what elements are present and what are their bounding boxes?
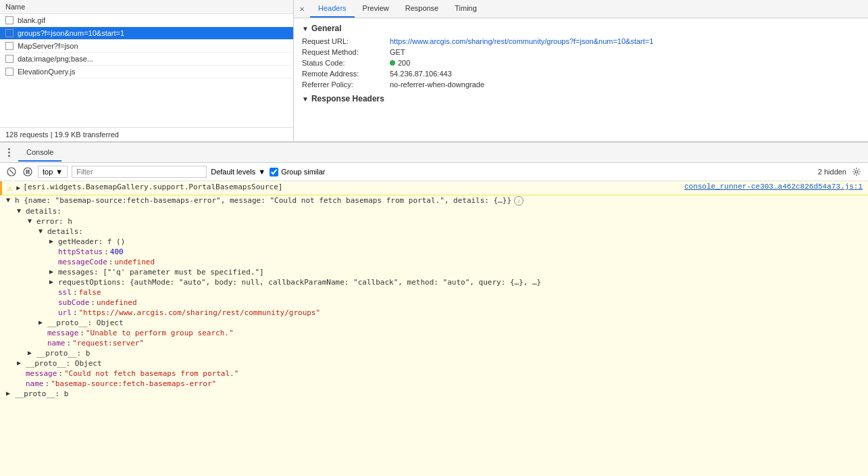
tree-content: messages: ["'q' parameter must be specif… xyxy=(58,268,264,277)
clear-console-button[interactable] xyxy=(5,166,18,178)
tree-colon: : xyxy=(91,298,95,307)
tree-key: messageCode xyxy=(58,258,107,266)
console-output: ⚠ ▶ [esri.widgets.BasemapGallery.support… xyxy=(0,181,868,476)
headers-tab-preview[interactable]: Preview xyxy=(355,0,397,18)
settings-icon[interactable] xyxy=(850,166,863,178)
tree-key: httpStatus xyxy=(58,247,103,256)
status-dot xyxy=(390,60,395,66)
tree-content: getHeader: f () xyxy=(58,237,125,246)
context-value: top xyxy=(43,168,53,176)
tree-key: subCode xyxy=(58,298,89,307)
request-checkbox[interactable] xyxy=(5,29,14,37)
tree-expand-arrow[interactable]: ▶ xyxy=(27,349,36,356)
field-value: 54.236.87.106:443 xyxy=(390,70,452,78)
tree-line: ▶ __proto__: Object xyxy=(0,358,868,368)
tree-expand-arrow[interactable]: ▼ xyxy=(5,196,15,204)
tree-expand-arrow[interactable]: ▼ xyxy=(38,227,47,235)
tree-expand-arrow[interactable]: ▶ xyxy=(49,278,58,285)
name-column-header: Name xyxy=(5,3,25,11)
request-checkbox[interactable] xyxy=(5,68,14,76)
filter-input[interactable] xyxy=(72,166,207,178)
tree-value: "https://www.arcgis.com/sharing/rest/com… xyxy=(79,308,321,317)
console-tab[interactable]: Console xyxy=(18,144,61,162)
pause-button[interactable] xyxy=(22,166,34,178)
request-item[interactable]: MapServer?f=json xyxy=(0,40,293,53)
tree-expand-arrow[interactable]: ▼ xyxy=(27,217,36,224)
tree-line: httpStatus: 400 xyxy=(0,247,868,257)
tree-key: name xyxy=(47,339,66,348)
tree-content: error: h xyxy=(36,217,72,226)
log-level-selector[interactable]: Default levels ▼ xyxy=(211,168,265,176)
request-item-name: data:image/png;base... xyxy=(18,55,288,63)
tree-expand-arrow[interactable]: ▶ xyxy=(38,318,47,326)
request-checkbox[interactable] xyxy=(5,55,14,63)
request-summary: 128 requests | 19.9 KB transferred xyxy=(0,127,293,141)
log-level-value: Default levels xyxy=(211,168,255,176)
tree-expand-arrow[interactable]: ▶ xyxy=(16,359,26,366)
headers-panel: ✕ HeadersPreviewResponseTiming General R… xyxy=(294,0,868,141)
more-menu-icon[interactable] xyxy=(5,145,13,160)
request-item[interactable]: data:image/png;base... xyxy=(0,53,293,66)
request-item-name: ElevationQuery.js xyxy=(18,68,288,76)
group-similar-checkbox[interactable] xyxy=(270,168,278,176)
tree-colon: : xyxy=(109,258,113,266)
field-label: Request Method: xyxy=(302,48,390,56)
field-value[interactable]: https://www.arcgis.com/sharing/rest/comm… xyxy=(390,37,653,45)
group-similar-checkbox-label[interactable]: Group similar xyxy=(270,168,325,176)
context-selector[interactable]: top ▼ xyxy=(38,166,68,178)
request-checkbox[interactable] xyxy=(5,16,14,24)
tree-line: name: "request:server" xyxy=(0,338,868,348)
close-tab-icon[interactable]: ✕ xyxy=(297,3,307,14)
tree-expand-arrow[interactable]: ▼ xyxy=(16,207,26,214)
tree-content: h {name: "basemap-source:fetch-basemaps-… xyxy=(15,196,511,205)
context-dropdown-icon: ▼ xyxy=(55,168,63,176)
request-item[interactable]: ElevationQuery.js xyxy=(0,66,293,78)
tree-colon: : xyxy=(104,247,109,256)
tree-expand-arrow[interactable]: ▶ xyxy=(49,268,58,275)
group-similar-label: Group similar xyxy=(281,168,325,176)
bottom-panel: Console top ▼ xyxy=(0,142,868,476)
tree-content: __proto__: b xyxy=(15,389,68,398)
console-toolbar: top ▼ Default levels ▼ Group similar 2 h… xyxy=(0,163,868,181)
tree-value: false xyxy=(79,288,101,297)
request-item-name: MapServer?f=json xyxy=(18,42,288,50)
response-headers-title[interactable]: Response Headers xyxy=(302,94,860,103)
general-section-title[interactable]: General xyxy=(302,24,860,33)
svg-line-1 xyxy=(9,170,14,174)
tree-expand-arrow[interactable]: ▶ xyxy=(5,389,15,397)
tree-line: ▼ h {name: "basemap-source:fetch-basemap… xyxy=(0,195,868,206)
console-line-source[interactable]: console_runner-ce303…a462c826d54a73.js:1 xyxy=(684,183,863,191)
request-checkbox[interactable] xyxy=(5,42,14,50)
tree-content: requestOptions: {authMode: "auto", body:… xyxy=(58,278,541,287)
svg-point-2 xyxy=(24,168,32,176)
request-list: Name blank.gifgroups?f=json&num=10&start… xyxy=(0,0,294,141)
tree-expand-placeholder xyxy=(49,247,58,255)
tree-colon: : xyxy=(67,339,72,348)
headers-tab-headers[interactable]: Headers xyxy=(310,0,355,18)
info-icon[interactable]: i xyxy=(514,196,524,206)
tree-value: "basemap-source:fetch-basemaps-error" xyxy=(51,379,216,388)
request-item[interactable]: groups?f=json&num=10&start=1 xyxy=(0,27,293,40)
headers-tab-response[interactable]: Response xyxy=(397,0,447,18)
request-item-name: blank.gif xyxy=(18,16,288,24)
tree-line: ▶ getHeader: f () xyxy=(0,237,868,247)
log-level-dropdown-icon: ▼ xyxy=(258,168,265,176)
tree-key: message xyxy=(26,369,57,378)
expand-arrow[interactable]: ▶ xyxy=(16,183,20,192)
tree-expand-arrow[interactable]: ▶ xyxy=(49,237,58,245)
tree-key: ssl xyxy=(58,288,72,297)
headers-tab-timing[interactable]: Timing xyxy=(446,0,485,18)
tree-line: ▶ __proto__: Object xyxy=(0,318,868,328)
tree-colon: : xyxy=(45,379,50,388)
headers-content: General Request URL:https://www.arcgis.c… xyxy=(294,18,868,141)
console-tabs: Console xyxy=(0,143,868,163)
tree-value: undefined xyxy=(114,258,155,266)
tree-expand-placeholder xyxy=(49,288,58,295)
hidden-count: 2 hidden xyxy=(818,168,846,176)
svg-rect-3 xyxy=(26,170,28,174)
tree-line: ▼ details: xyxy=(0,227,868,237)
request-item[interactable]: blank.gif xyxy=(0,14,293,27)
warning-icon: ⚠ xyxy=(7,183,12,193)
tree-colon: : xyxy=(73,308,78,317)
field-label: Remote Address: xyxy=(302,70,390,78)
